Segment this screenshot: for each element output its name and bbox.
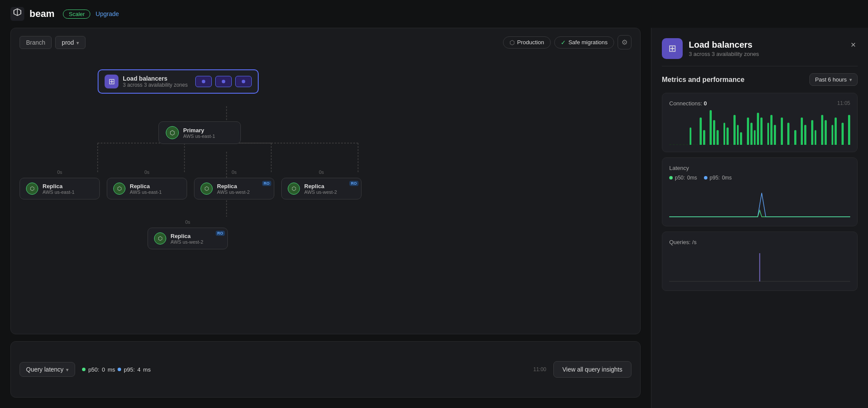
settings-button[interactable]: ⚙ [618, 35, 631, 49]
conn-bar [842, 123, 844, 145]
p95-label: p95: [124, 366, 135, 373]
app-name: beam [30, 8, 54, 20]
replica-icon-4: ⬡ [288, 183, 300, 195]
conn-bar [791, 144, 793, 145]
connections-timestamp: 11:05 [837, 100, 850, 106]
replica-icon-5: ⬡ [154, 232, 166, 245]
p50-unit: ms [108, 366, 115, 373]
latency-label-3: 0s [232, 170, 237, 175]
replica-icon-1: ⬡ [26, 183, 38, 195]
metrics-header: Metrics and performance Past 6 hours [662, 73, 858, 86]
shield-icon: ⬡ [510, 39, 515, 46]
conn-bar [777, 144, 779, 145]
lb-node-2 [215, 76, 232, 87]
p50-legend: p50: 0ms [669, 175, 697, 181]
connections-value: 0 [704, 100, 707, 107]
canvas-area: Branch prod ⬡ Production ✓ Safe migratio… [10, 28, 641, 334]
p95-legend-dot [704, 176, 707, 180]
conn-bar [690, 127, 692, 145]
lb-node-1 [195, 76, 212, 87]
branch-select[interactable]: prod [55, 36, 85, 49]
production-button[interactable]: ⬡ Production [503, 36, 551, 49]
query-latency-select[interactable]: Query latency [20, 362, 75, 377]
connections-text: Connections: [669, 100, 702, 107]
replica-info-4: Replica AWS us-west-2 [304, 183, 337, 195]
production-label: Production [517, 39, 544, 46]
connections-label: Connections: 0 11:05 [669, 100, 850, 107]
load-balancer-box[interactable]: ⊞ Load balancers 3 across 3 availability… [98, 69, 259, 94]
panel-title-group: Load balancers 3 across 3 availability z… [689, 40, 759, 57]
replica-info-2: Replica AWS us-east-1 [130, 183, 162, 195]
conn-bar [737, 125, 739, 145]
conn-bar [825, 120, 827, 145]
replica-box-4[interactable]: 0s ⬡ Replica AWS us-west-2 RO [281, 178, 362, 199]
p50-dot [82, 368, 85, 371]
conn-bar [733, 115, 736, 145]
upgrade-button[interactable]: Upgrade [95, 10, 119, 17]
conn-bar [848, 115, 850, 145]
p50-value: 0 [102, 366, 105, 373]
plan-badge: Scaler [63, 10, 90, 19]
conn-bar [770, 115, 773, 145]
lb-node-3 [235, 76, 252, 87]
p50-legend-dot [669, 176, 673, 180]
conn-bar [683, 144, 685, 145]
branch-value: prod [62, 39, 74, 46]
divider-1 [662, 66, 858, 66]
p95-unit: ms [143, 366, 151, 373]
conn-bar [730, 144, 732, 145]
ro-badge-4: RO [349, 181, 359, 186]
conn-bar [740, 132, 742, 145]
logo-icon [10, 7, 24, 21]
p95-value: 4 [138, 366, 141, 373]
primary-box[interactable]: ⬡ Primary AWS us-east-1 [158, 121, 241, 144]
replica-info-5: Replica AWS us-west-2 [171, 233, 203, 245]
primary-icon: ⬡ [166, 126, 179, 139]
time-select[interactable]: Past 6 hours [809, 73, 858, 86]
conn-bar [808, 144, 810, 145]
replica-title-4: Replica [304, 183, 337, 189]
view-insights-button[interactable]: View all query insights [553, 361, 631, 378]
conn-bar [767, 123, 769, 145]
replica-info-1: Replica AWS us-east-1 [43, 183, 75, 195]
time-select-chevron [849, 76, 852, 83]
conn-bar [798, 144, 800, 145]
conn-bar [828, 144, 830, 145]
p95-dot [118, 368, 121, 371]
queries-text: Queries: [669, 239, 690, 245]
latency-label-5: 0s [185, 219, 191, 225]
conn-bar [764, 144, 766, 145]
conn-bar [832, 125, 834, 145]
query-latency-label: Query latency [26, 366, 63, 373]
metrics-title: Metrics and performance [662, 76, 744, 84]
lb-title: Load balancers [123, 75, 187, 82]
conn-bar [754, 130, 756, 145]
replica-region-4: AWS us-west-2 [304, 189, 337, 195]
latency-chart [669, 184, 850, 219]
conn-bar [801, 118, 803, 145]
ro-badge-3: RO [262, 181, 272, 186]
replica-box-3[interactable]: 0s ⬡ Replica AWS us-west-2 RO [194, 178, 274, 199]
conn-bar [784, 144, 786, 145]
conn-bar [679, 144, 681, 145]
latency-text: Latency [669, 165, 689, 171]
close-button[interactable]: × [849, 38, 858, 52]
replica-box-2[interactable]: 0s ⬡ Replica AWS us-east-1 [107, 178, 187, 199]
primary-region: AWS us-east-1 [183, 134, 215, 139]
conn-bar [811, 120, 813, 145]
conn-bar [835, 118, 837, 145]
replica-box-5[interactable]: 0s ⬡ Replica AWS us-west-2 RO [148, 228, 228, 249]
conn-bar [723, 123, 726, 145]
latency-label: Latency [669, 165, 850, 171]
queries-chart-card: Queries: /s [662, 232, 858, 291]
p50-legend-label: p50: [675, 175, 685, 181]
safe-migrations-button[interactable]: ✓ Safe migrations [554, 36, 614, 49]
conn-bar [700, 118, 702, 145]
conn-bar [669, 144, 671, 145]
gear-icon: ⚙ [621, 39, 628, 46]
conn-bar [815, 130, 817, 145]
lb-subtitle: 3 across 3 availability zones [123, 82, 187, 88]
replica-box-1[interactable]: 0s ⬡ Replica AWS us-east-1 [20, 178, 100, 199]
conn-bar [720, 144, 722, 145]
replica-region-5: AWS us-west-2 [171, 239, 203, 245]
